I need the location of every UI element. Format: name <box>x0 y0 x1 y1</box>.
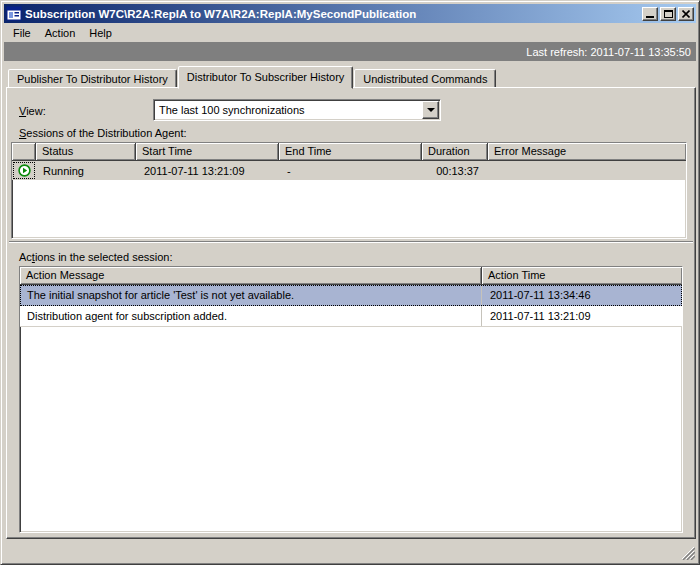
view-label: View: <box>19 105 46 117</box>
sessions-column-status[interactable]: Status <box>36 143 136 161</box>
action-time: 2011-07-11 13:21:09 <box>482 310 682 322</box>
view-combobox-dropdown-button[interactable] <box>422 101 439 119</box>
sessions-label: Sessions of the Distribution Agent: <box>19 127 187 139</box>
action-message: Distribution agent for subscription adde… <box>20 306 482 326</box>
action-row-selected[interactable]: The initial snapshot for article 'Test' … <box>20 285 682 306</box>
chevron-down-icon <box>427 108 435 112</box>
action-time: 2011-07-11 13:34:46 <box>482 289 682 301</box>
tab-undistributed-commands[interactable]: Undistributed Commands <box>354 69 496 88</box>
view-combobox-value: The last 100 synchronizations <box>154 104 421 116</box>
actions-grid-header: Action Message Action Time <box>20 267 682 285</box>
maximize-button[interactable] <box>660 7 676 21</box>
window-controls <box>642 7 694 21</box>
actions-grid: Action Message Action Time The initial s… <box>19 266 683 533</box>
tab-distributor-to-subscriber-history[interactable]: Distributor To Subscriber History <box>178 66 354 89</box>
sessions-column-error-message[interactable]: Error Message <box>488 143 686 161</box>
action-message: The initial snapshot for article 'Test' … <box>20 285 482 305</box>
menu-file[interactable]: File <box>6 25 38 41</box>
maximize-icon <box>664 10 673 18</box>
close-icon <box>682 10 690 18</box>
session-status-icon-cell <box>12 161 36 180</box>
session-status: Running <box>36 165 136 177</box>
tab-page-distributor-to-subscriber: View: The last 100 synchronizations Sess… <box>6 87 696 539</box>
refresh-status-bar: Last refresh: 2011-07-11 13:35:50 <box>4 42 696 61</box>
last-refresh-text: Last refresh: 2011-07-11 13:35:50 <box>526 46 691 58</box>
title-bar[interactable]: Subscription W7C\R2A:ReplA to W7A\R2A:Re… <box>4 4 696 23</box>
sessions-column-end-time[interactable]: End Time <box>279 143 422 161</box>
minimize-icon <box>646 16 654 18</box>
tab-publisher-to-distributor-history[interactable]: Publisher To Distributor History <box>8 69 177 88</box>
horizontal-splitter[interactable] <box>9 241 693 243</box>
session-start-time: 2011-07-11 13:21:09 <box>136 165 279 177</box>
resize-grip-icon[interactable] <box>681 546 695 560</box>
actions-column-message[interactable]: Action Message <box>20 267 482 285</box>
menu-help[interactable]: Help <box>82 25 119 41</box>
sessions-grid-header: Status Start Time End Time Duration Erro… <box>12 143 686 161</box>
sessions-column-icon[interactable] <box>12 143 36 161</box>
minimize-button[interactable] <box>642 7 658 21</box>
actions-column-time[interactable]: Action Time <box>482 267 682 285</box>
sessions-column-duration[interactable]: Duration <box>422 143 488 161</box>
menu-bar: File Action Help <box>4 24 696 42</box>
status-bar <box>4 539 696 561</box>
menu-action[interactable]: Action <box>38 25 83 41</box>
subscription-window: Subscription W7C\R2A:ReplA to W7A\R2A:Re… <box>0 0 700 565</box>
session-end-time: - <box>279 165 422 177</box>
tab-strip: Publisher To Distributor History Distrib… <box>6 65 696 88</box>
action-row[interactable]: Distribution agent for subscription adde… <box>20 306 682 327</box>
sessions-grid: Status Start Time End Time Duration Erro… <box>11 142 687 239</box>
sessions-column-start-time[interactable]: Start Time <box>136 143 279 161</box>
close-button[interactable] <box>678 7 694 21</box>
window-title: Subscription W7C\R2A:ReplA to W7A\R2A:Re… <box>25 8 638 20</box>
session-duration: 00:13:37 <box>422 165 488 177</box>
tab-control: Publisher To Distributor History Distrib… <box>6 65 696 539</box>
view-combobox[interactable]: The last 100 synchronizations <box>153 99 441 121</box>
running-icon <box>18 164 31 177</box>
actions-label: Actions in the selected session: <box>19 251 173 263</box>
session-row[interactable]: Running 2011-07-11 13:21:09 - 00:13:37 <box>12 161 686 180</box>
app-icon <box>6 6 22 21</box>
